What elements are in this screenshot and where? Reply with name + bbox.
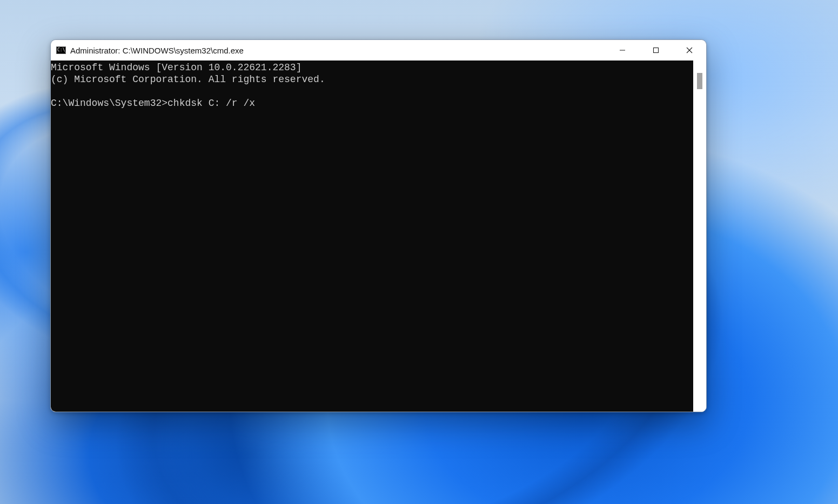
scrollbar[interactable] — [693, 61, 706, 412]
prompt-path: C:\Windows\System32> — [51, 98, 167, 109]
terminal-output[interactable]: Microsoft Windows [Version 10.0.22621.22… — [51, 61, 693, 412]
svg-rect-1 — [654, 48, 659, 53]
terminal-line: Microsoft Windows [Version 10.0.22621.22… — [51, 62, 301, 73]
entered-command: chkdsk C: /r /x — [167, 98, 255, 109]
terminal-prompt: C:\Windows\System32>chkdsk C: /r /x — [51, 98, 255, 109]
minimize-icon — [619, 47, 626, 53]
minimize-button[interactable] — [606, 40, 639, 61]
close-icon — [686, 47, 693, 53]
scroll-thumb[interactable] — [697, 73, 702, 89]
cmd-window: Administrator: C:\WINDOWS\system32\cmd.e… — [50, 39, 707, 412]
terminal-line: (c) Microsoft Corporation. All rights re… — [51, 74, 325, 85]
maximize-button[interactable] — [639, 40, 673, 61]
window-title: Administrator: C:\WINDOWS\system32\cmd.e… — [70, 46, 244, 55]
titlebar[interactable]: Administrator: C:\WINDOWS\system32\cmd.e… — [51, 40, 706, 61]
maximize-icon — [653, 47, 659, 53]
terminal-area: Microsoft Windows [Version 10.0.22621.22… — [51, 61, 706, 412]
close-button[interactable] — [673, 40, 706, 61]
window-controls — [606, 40, 706, 61]
cmd-icon — [56, 46, 66, 54]
